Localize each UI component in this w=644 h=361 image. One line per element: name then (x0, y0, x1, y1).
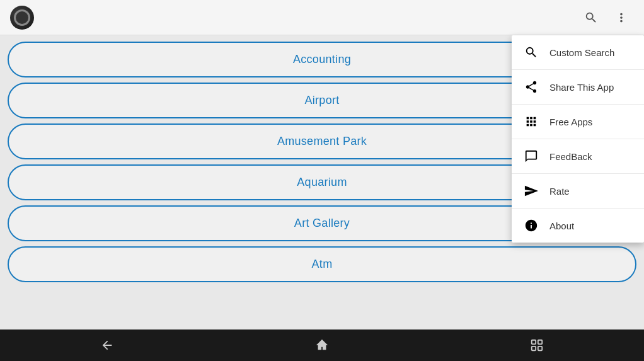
menu-item-rate[interactable]: Rate (512, 174, 644, 209)
search-icon (523, 44, 539, 60)
info-icon (523, 217, 539, 234)
menu-item-apps[interactable]: Free Apps (512, 105, 644, 139)
menu-item-label: About (549, 221, 574, 231)
search-button[interactable] (578, 5, 604, 30)
apps-icon (523, 113, 539, 130)
more-options-button[interactable] (609, 5, 634, 30)
svg-rect-1 (538, 340, 541, 344)
home-button[interactable] (306, 333, 338, 358)
menu-item-share[interactable]: Share This App (512, 70, 644, 105)
app-logo (10, 6, 34, 30)
svg-rect-3 (538, 347, 541, 350)
bottom-navigation-bar (0, 329, 644, 361)
menu-item-label: FeedBack (549, 151, 592, 162)
dropdown-menu: Custom SearchShare This AppFree AppsFeed… (512, 35, 644, 243)
recent-apps-button[interactable] (521, 333, 553, 358)
feedback-icon (523, 148, 539, 164)
app-bar (0, 0, 644, 35)
svg-rect-2 (531, 347, 535, 350)
menu-item-feedback[interactable]: FeedBack (512, 139, 644, 174)
svg-rect-0 (531, 340, 535, 344)
menu-item-search[interactable]: Custom Search (512, 35, 644, 70)
menu-item-label: Free Apps (549, 117, 592, 127)
menu-item-label: Share This App (549, 82, 614, 93)
app-bar-actions (578, 5, 634, 30)
menu-item-label: Custom Search (549, 47, 614, 58)
menu-item-label: Rate (549, 186, 570, 197)
menu-item-info[interactable]: About (512, 209, 644, 243)
list-item[interactable]: Atm (8, 246, 636, 282)
rate-icon (523, 183, 539, 199)
back-button[interactable] (91, 333, 123, 358)
share-icon (523, 79, 539, 95)
